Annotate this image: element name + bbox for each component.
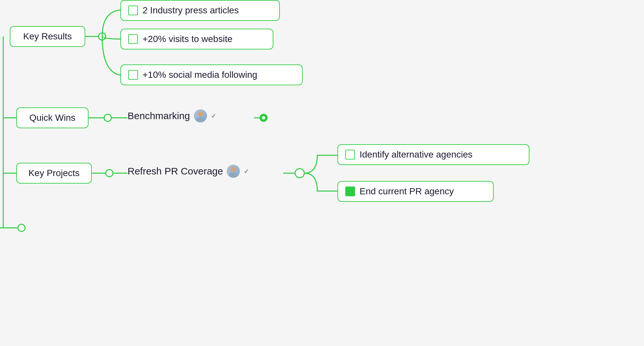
svg-point-15 [18,224,25,231]
checkbox-press-articles-label: 2 Industry press articles [143,5,239,16]
benchmarking-label: Benchmarking [128,110,190,121]
checkbox-press-articles-box[interactable] [128,6,138,15]
canvas: Key Results 2 Industry press articles +2… [0,0,644,346]
checkbox-end-agency-box[interactable] [345,187,355,196]
checkbox-press-articles[interactable]: 2 Industry press articles [120,0,280,21]
checkbox-identify-agencies-label: Identify alternative agencies [360,149,473,160]
svg-point-1 [99,33,106,40]
checkbox-social[interactable]: +10% social media following [120,64,303,85]
quick-wins-node[interactable]: Quick Wins [16,107,89,128]
svg-point-12 [295,169,304,178]
benchmarking-check-icon: ✓ [211,112,216,120]
benchmarking-avatar [194,109,207,122]
checkbox-social-label: +10% social media following [143,70,257,80]
refresh-pr-label: Refresh PR Coverage [128,166,223,177]
checkbox-identify-agencies[interactable]: Identify alternative agencies [337,144,529,165]
key-projects-node[interactable]: Key Projects [16,163,92,184]
connector-lines [0,0,644,346]
svg-point-3 [104,114,111,121]
svg-point-7 [262,116,265,119]
checkbox-end-agency[interactable]: End current PR agency [337,181,494,202]
refresh-pr-check-icon: ✓ [244,167,249,175]
refresh-pr-task-row: Refresh PR Coverage ✓ [128,165,249,178]
key-results-node[interactable]: Key Results [10,26,85,47]
svg-point-9 [106,170,113,177]
checkbox-visits-label: +20% visits to website [143,34,232,44]
checkbox-social-box[interactable] [128,70,138,80]
svg-point-6 [260,114,267,121]
checkbox-visits-box[interactable] [128,34,138,44]
refresh-pr-avatar [227,165,240,178]
checkbox-end-agency-label: End current PR agency [360,186,454,197]
checkbox-identify-agencies-box[interactable] [345,150,355,159]
benchmarking-task-row: Benchmarking ✓ [128,109,216,122]
checkbox-visits[interactable]: +20% visits to website [120,29,273,49]
